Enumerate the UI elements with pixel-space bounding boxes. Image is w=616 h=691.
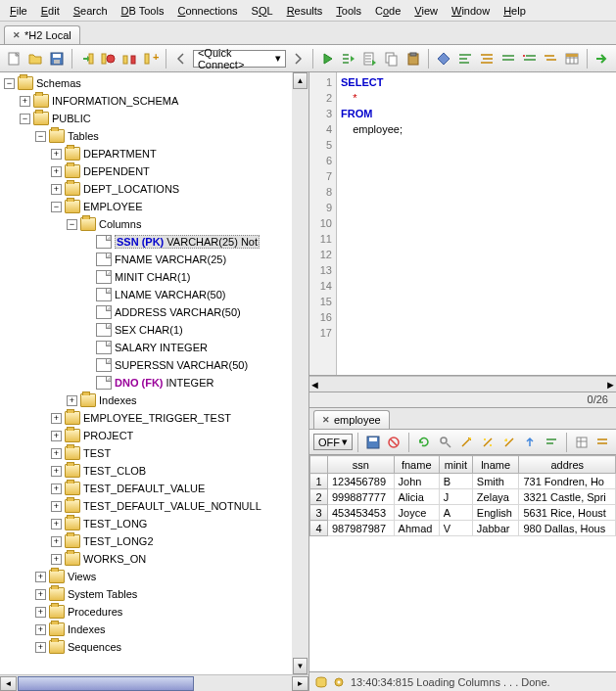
tree-row[interactable]: +WORKS_ON bbox=[2, 550, 307, 568]
close-icon[interactable]: ✕ bbox=[322, 415, 330, 425]
menu-results[interactable]: Results bbox=[281, 3, 329, 19]
result-grid[interactable]: ssnfnameminitlnameaddres1123456789JohnBS… bbox=[309, 455, 616, 671]
tree-row[interactable]: +Indexes bbox=[2, 621, 307, 638]
history-back-button[interactable] bbox=[171, 48, 191, 69]
tree-row[interactable]: SSN (PK) VARCHAR(25) Not bbox=[2, 233, 307, 251]
cell[interactable]: John bbox=[394, 474, 439, 489]
align-button[interactable] bbox=[455, 48, 475, 69]
tree-row[interactable]: MINIT CHAR(1) bbox=[2, 268, 307, 286]
tree-hscrollbar[interactable]: ◄ ► bbox=[0, 674, 308, 691]
code-line[interactable] bbox=[341, 247, 612, 262]
tree-row[interactable]: +Views bbox=[2, 568, 307, 585]
cell[interactable]: 999887777 bbox=[328, 489, 395, 505]
code-line[interactable] bbox=[341, 262, 612, 278]
cell[interactable]: B bbox=[439, 474, 472, 489]
code-line[interactable] bbox=[341, 184, 612, 200]
column-header[interactable]: lname bbox=[472, 456, 519, 474]
expand-icon[interactable]: + bbox=[51, 536, 62, 547]
tree-row[interactable]: +Procedures bbox=[2, 603, 307, 621]
execute-current-button[interactable] bbox=[340, 48, 359, 69]
tree-row[interactable]: +DEPT_LOCATIONS bbox=[2, 180, 307, 198]
tree-row[interactable]: +TEST bbox=[2, 444, 307, 462]
cell[interactable]: 731 Fondren, Ho bbox=[519, 474, 616, 489]
close-icon[interactable]: ✕ bbox=[13, 30, 21, 40]
compact-button[interactable] bbox=[498, 48, 518, 69]
cell[interactable]: 980 Dallas, Hous bbox=[519, 521, 616, 536]
tree-row[interactable]: +INFORMATION_SCHEMA bbox=[2, 92, 307, 110]
scroll-right-icon[interactable]: ► bbox=[292, 676, 308, 691]
code-line[interactable] bbox=[341, 137, 612, 153]
tree-row[interactable]: +DEPENDENT bbox=[2, 162, 307, 180]
tree-row[interactable]: +PROJECT bbox=[2, 427, 307, 444]
menu-sql[interactable]: SQL bbox=[246, 3, 279, 19]
collapse-icon[interactable]: − bbox=[67, 219, 77, 230]
tree-row[interactable]: −Tables bbox=[2, 127, 307, 145]
cell[interactable]: Ahmad bbox=[394, 521, 439, 536]
save-result-button[interactable] bbox=[363, 432, 383, 453]
format-button[interactable] bbox=[477, 48, 497, 69]
code-line[interactable]: SELECT bbox=[341, 74, 612, 90]
code-line[interactable]: FROM bbox=[341, 106, 612, 121]
code-line[interactable] bbox=[341, 294, 612, 309]
menu-edit[interactable]: Edit bbox=[35, 3, 66, 19]
menu-view[interactable]: View bbox=[408, 3, 444, 19]
tree-row[interactable]: +TEST_DEFAULT_VALUE_NOTNULL bbox=[2, 497, 307, 515]
scroll-track[interactable] bbox=[195, 676, 292, 691]
menu-file[interactable]: File bbox=[4, 3, 33, 19]
expand-icon[interactable]: + bbox=[20, 96, 30, 107]
expand-icon[interactable]: + bbox=[51, 184, 62, 195]
menu-help[interactable]: Help bbox=[498, 3, 532, 19]
execute-script-button[interactable] bbox=[360, 48, 380, 69]
tree-row[interactable]: ADDRESS VARCHAR(50) bbox=[2, 303, 307, 321]
tree-row[interactable]: FNAME VARCHAR(25) bbox=[2, 251, 307, 268]
schema-tree[interactable]: −Schemas+INFORMATION_SCHEMA−PUBLIC−Table… bbox=[0, 72, 308, 674]
tree-row[interactable]: +EMPLOYEE_TRIGGER_TEST bbox=[2, 409, 307, 427]
cell[interactable]: 3321 Castle, Spri bbox=[519, 489, 616, 505]
menu-code[interactable]: Code bbox=[369, 3, 406, 19]
expand-icon[interactable]: + bbox=[51, 519, 62, 530]
tree-row[interactable]: SUPERSSN VARCHAR(50) bbox=[2, 356, 307, 374]
list-button[interactable] bbox=[592, 432, 612, 453]
table-row[interactable]: 2999887777AliciaJZelaya3321 Castle, Spri bbox=[310, 489, 616, 505]
refresh-button[interactable] bbox=[414, 432, 434, 453]
quick-connect-dropdown[interactable]: <Quick Connect> ▾ bbox=[193, 50, 286, 68]
code-line[interactable] bbox=[341, 215, 612, 231]
new-connection-button[interactable]: + bbox=[141, 48, 161, 69]
scroll-left-icon[interactable]: ◄ bbox=[309, 379, 320, 391]
cell[interactable]: V bbox=[439, 521, 472, 536]
indent2-button[interactable] bbox=[541, 48, 560, 69]
save-button[interactable] bbox=[47, 48, 67, 69]
expand-icon[interactable]: + bbox=[51, 431, 62, 441]
tree-row[interactable]: +TEST_LONG2 bbox=[2, 532, 307, 550]
expand-icon[interactable]: + bbox=[51, 149, 62, 160]
cancel-result-button[interactable] bbox=[385, 432, 404, 453]
wand3-button[interactable] bbox=[499, 432, 519, 453]
column-header[interactable]: minit bbox=[439, 456, 472, 474]
run-arrow-button[interactable] bbox=[592, 48, 612, 69]
expand-icon[interactable]: + bbox=[35, 642, 46, 653]
cell[interactable]: Jabbar bbox=[472, 521, 519, 536]
tree-row[interactable]: +TEST_CLOB bbox=[2, 462, 307, 480]
wand2-button[interactable] bbox=[478, 432, 498, 453]
expand-icon[interactable]: + bbox=[35, 572, 46, 582]
table-button[interactable] bbox=[562, 48, 582, 69]
scroll-right-icon[interactable]: ► bbox=[605, 379, 616, 391]
expand-icon[interactable]: + bbox=[51, 448, 62, 459]
code-line[interactable] bbox=[341, 309, 612, 325]
tree-row[interactable]: LNAME VARCHAR(50) bbox=[2, 286, 307, 303]
scroll-left-icon[interactable]: ◄ bbox=[0, 676, 17, 691]
tree-vscrollbar[interactable]: ▲▼ bbox=[292, 72, 308, 674]
menu-search[interactable]: Search bbox=[68, 3, 114, 19]
expand-icon[interactable]: + bbox=[51, 554, 62, 565]
result-tab-employee[interactable]: ✕ employee bbox=[313, 410, 390, 429]
commit-button[interactable] bbox=[119, 48, 139, 69]
scroll-thumb[interactable] bbox=[18, 676, 194, 691]
table-row[interactable]: 4987987987AhmadVJabbar980 Dallas, Hous bbox=[310, 521, 616, 536]
collapse-icon[interactable]: − bbox=[20, 114, 30, 124]
expand-icon[interactable]: + bbox=[51, 166, 62, 177]
expand-icon[interactable]: + bbox=[67, 395, 77, 406]
code-line[interactable] bbox=[341, 325, 612, 341]
menu-dbtools[interactable]: DB Tools bbox=[116, 3, 170, 19]
history-forward-button[interactable] bbox=[288, 48, 308, 69]
copy-button[interactable] bbox=[382, 48, 402, 69]
